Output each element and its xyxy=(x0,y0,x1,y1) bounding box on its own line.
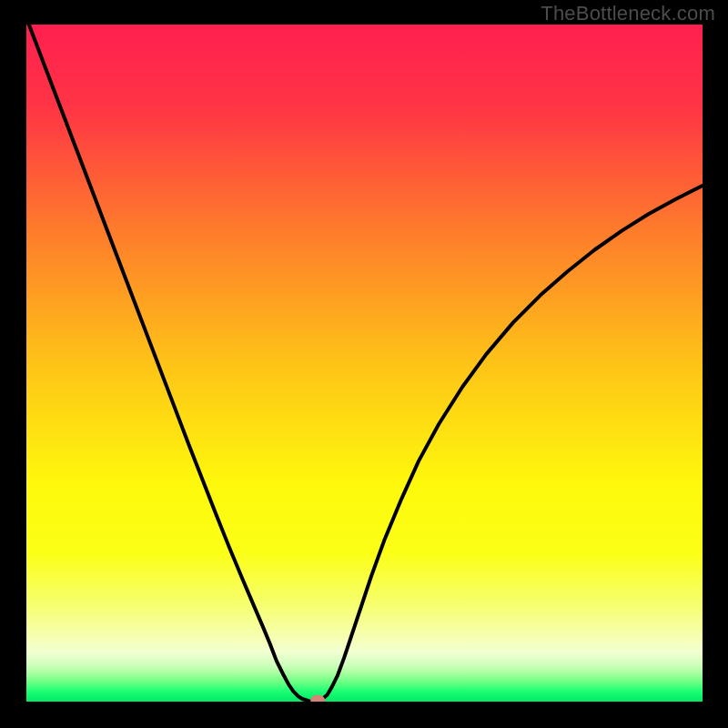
chart-plot-area xyxy=(26,25,703,702)
watermark-text: TheBottleneck.com xyxy=(541,2,715,25)
chart-svg xyxy=(26,25,703,702)
chart-frame: TheBottleneck.com xyxy=(0,0,728,728)
